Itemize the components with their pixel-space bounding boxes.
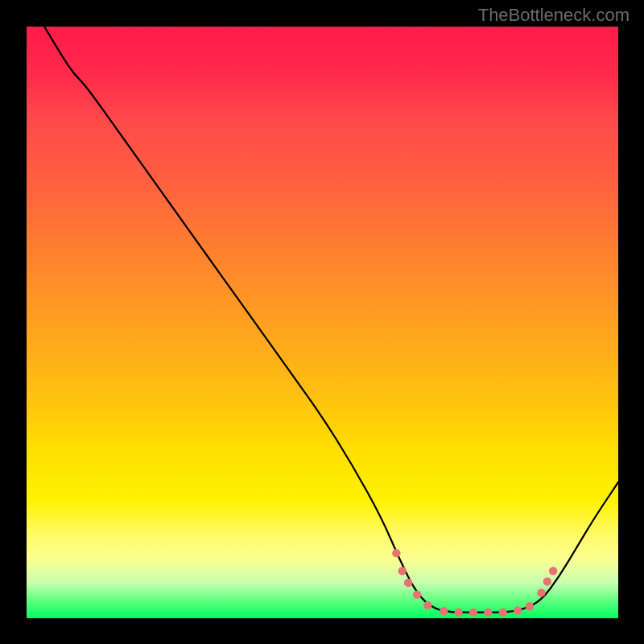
optimal-dot xyxy=(398,567,407,575)
optimal-dot xyxy=(514,606,522,614)
optimal-range-dots xyxy=(392,549,557,617)
optimal-dot xyxy=(469,608,477,616)
bottleneck-curve-line xyxy=(44,27,618,613)
optimal-dot xyxy=(454,608,462,616)
chart-plot-area xyxy=(27,27,618,618)
optimal-dot xyxy=(498,608,506,616)
optimal-dot xyxy=(549,567,557,575)
optimal-dot xyxy=(413,590,421,598)
optimal-dot xyxy=(404,579,412,587)
optimal-dot xyxy=(423,601,431,609)
optimal-dot xyxy=(537,588,545,597)
optimal-dot xyxy=(392,549,400,557)
optimal-dot xyxy=(526,602,534,610)
chart-svg-layer xyxy=(27,27,618,618)
optimal-dot xyxy=(543,577,551,585)
watermark-text: TheBottleneck.com xyxy=(478,5,630,26)
optimal-dot xyxy=(484,608,492,616)
optimal-dot xyxy=(440,607,448,615)
